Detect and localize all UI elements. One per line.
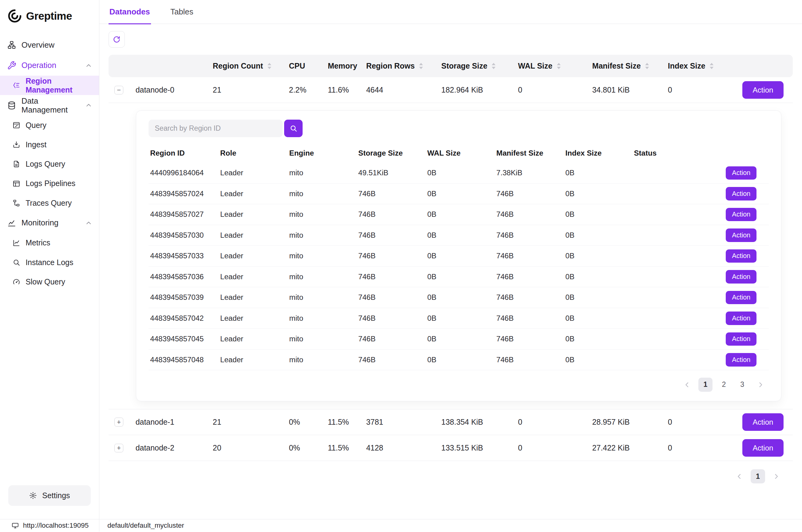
region-wal-size: 0B bbox=[426, 272, 495, 281]
region-manifest-size: 746B bbox=[495, 314, 564, 323]
sort-icon[interactable] bbox=[709, 62, 714, 70]
region-action-button[interactable]: Action bbox=[726, 166, 757, 179]
sidebar-item-logs-pipelines[interactable]: Logs Pipelines bbox=[0, 174, 99, 193]
region-action-button[interactable]: Action bbox=[726, 249, 757, 263]
region-storage-size: 746B bbox=[357, 231, 426, 240]
sidebar-item-label: Monitoring bbox=[21, 218, 58, 227]
sidebar-item-overview[interactable]: Overview bbox=[0, 35, 99, 55]
region-row: 4483945857048 Leader mito 746B 0B 746B 0… bbox=[149, 350, 769, 370]
sort-icon[interactable] bbox=[267, 62, 272, 70]
sidebar-item-instance-logs[interactable]: Instance Logs bbox=[0, 252, 99, 272]
index-size-value: 0 bbox=[666, 443, 727, 452]
storage-size-value: 133.515 KiB bbox=[439, 443, 516, 452]
region-index-size: 0B bbox=[564, 251, 633, 260]
col-label: Region Count bbox=[213, 61, 263, 71]
region-index-size: 0B bbox=[564, 189, 633, 198]
action-button[interactable]: Action bbox=[742, 81, 784, 99]
region-action-button[interactable]: Action bbox=[726, 311, 757, 325]
metrics-icon bbox=[12, 239, 21, 247]
connection-host[interactable]: http://localhost:19095 bbox=[0, 519, 99, 532]
region-action-button[interactable]: Action bbox=[726, 208, 757, 221]
page-button-2[interactable]: 2 bbox=[717, 378, 731, 392]
tab-datanodes[interactable]: Datanodes bbox=[109, 0, 151, 24]
sidebar-item-label: Data Management bbox=[21, 97, 80, 114]
region-id: 4483945857042 bbox=[149, 314, 218, 323]
region-action-button[interactable]: Action bbox=[726, 332, 757, 346]
region-action-button[interactable]: Action bbox=[726, 291, 757, 304]
host-url: http://localhost:19095 bbox=[23, 521, 89, 530]
datanodes-table-header: Region Count CPU Memory Region Rows Stor… bbox=[109, 55, 793, 77]
col-header-region-rows[interactable]: Region Rows bbox=[364, 61, 439, 71]
settings-button[interactable]: Settings bbox=[8, 485, 91, 506]
next-page-button[interactable] bbox=[769, 469, 784, 484]
action-button[interactable]: Action bbox=[742, 439, 784, 457]
datanode-name: datanode-1 bbox=[129, 418, 211, 426]
prev-page-button[interactable] bbox=[680, 378, 694, 392]
page-button-1[interactable]: 1 bbox=[751, 469, 765, 484]
page-button-3[interactable]: 3 bbox=[735, 378, 749, 392]
sort-icon[interactable] bbox=[491, 62, 496, 70]
region-role: Leader bbox=[218, 293, 288, 302]
sort-icon[interactable] bbox=[418, 62, 424, 70]
sort-icon[interactable] bbox=[644, 62, 650, 70]
col-header-storage-size[interactable]: Storage Size bbox=[439, 61, 516, 71]
region-row: 4483945857024 Leader mito 746B 0B 746B 0… bbox=[149, 184, 769, 205]
sidebar-item-traces-query[interactable]: Traces Query bbox=[0, 193, 99, 213]
cluster-name[interactable]: default/default_mycluster bbox=[99, 521, 192, 530]
storage-size-value: 138.354 KiB bbox=[439, 418, 516, 426]
refresh-button[interactable] bbox=[109, 31, 125, 48]
search-button[interactable] bbox=[284, 120, 303, 137]
region-storage-size: 746B bbox=[357, 210, 426, 218]
storage-size-value: 182.964 KiB bbox=[439, 86, 516, 94]
col-header-wal-size[interactable]: WAL Size bbox=[516, 61, 590, 71]
sidebar-item-region-management[interactable]: Region Management bbox=[0, 76, 99, 95]
col-header-index-size[interactable]: Index Size bbox=[666, 61, 727, 71]
memory-value: 11.5% bbox=[326, 443, 364, 452]
sort-icon[interactable] bbox=[556, 62, 561, 70]
col-header-manifest-size[interactable]: Manifest Size bbox=[590, 61, 666, 71]
sidebar-item-slow-query[interactable]: Slow Query bbox=[0, 272, 99, 291]
magnifier-icon bbox=[12, 258, 21, 267]
region-action-button[interactable]: Action bbox=[726, 353, 757, 366]
sidebar-item-monitoring[interactable]: Monitoring bbox=[0, 213, 99, 233]
page-button-1[interactable]: 1 bbox=[699, 378, 713, 392]
region-id: 4440996184064 bbox=[149, 169, 218, 177]
brand[interactable]: Greptime bbox=[0, 7, 99, 35]
action-button[interactable]: Action bbox=[742, 413, 784, 431]
datanodes-pagination: 1 bbox=[109, 461, 793, 483]
region-engine: mito bbox=[288, 335, 357, 343]
region-wal-size: 0B bbox=[426, 356, 495, 364]
next-page-button[interactable] bbox=[753, 378, 768, 392]
region-engine: mito bbox=[288, 189, 357, 198]
col-header-wal-size: WAL Size bbox=[426, 149, 495, 157]
region-index-size: 0B bbox=[564, 335, 633, 343]
cpu-value: 2.2% bbox=[287, 86, 326, 94]
prev-page-button[interactable] bbox=[732, 469, 747, 484]
expand-row-button[interactable]: + bbox=[114, 418, 123, 426]
sidebar-item-label: Metrics bbox=[25, 238, 50, 247]
region-search-input[interactable] bbox=[149, 120, 283, 137]
logs-query-icon bbox=[12, 160, 21, 168]
collapse-row-button[interactable]: − bbox=[114, 86, 123, 94]
datanode-row-2: + datanode-2 20 0% 11.5% 4128 133.515 Ki… bbox=[109, 435, 793, 461]
sidebar-item-logs-query[interactable]: Logs Query bbox=[0, 154, 99, 174]
region-role: Leader bbox=[218, 189, 288, 198]
tab-tables[interactable]: Tables bbox=[169, 0, 194, 24]
chevron-up-icon bbox=[84, 61, 93, 70]
sidebar-item-data-management[interactable]: Data Management bbox=[0, 95, 99, 116]
sidebar-item-operation[interactable]: Operation bbox=[0, 55, 99, 76]
sidebar-item-ingest[interactable]: Ingest bbox=[0, 135, 99, 154]
manifest-size-value: 34.801 KiB bbox=[590, 86, 666, 94]
main-content: Datanodes Tables Region Count CPU Memory bbox=[99, 0, 802, 519]
col-header-manifest-size: Manifest Size bbox=[495, 149, 564, 157]
region-action-button[interactable]: Action bbox=[726, 187, 757, 200]
region-storage-size: 746B bbox=[357, 335, 426, 343]
expand-row-button[interactable]: + bbox=[114, 444, 123, 452]
region-action-button[interactable]: Action bbox=[726, 270, 757, 283]
region-action-button[interactable]: Action bbox=[726, 228, 757, 242]
region-storage-size: 746B bbox=[357, 189, 426, 198]
col-header-region-count[interactable]: Region Count bbox=[211, 61, 287, 71]
chevron-up-icon bbox=[84, 101, 93, 110]
sidebar-item-query[interactable]: Query bbox=[0, 116, 99, 135]
sidebar-item-metrics[interactable]: Metrics bbox=[0, 233, 99, 252]
